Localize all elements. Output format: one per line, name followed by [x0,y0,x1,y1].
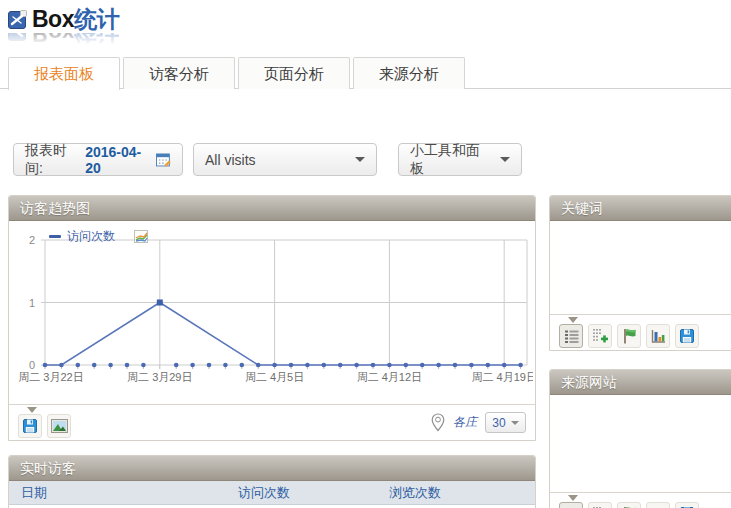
main-tab-bar: 报表面板 访客分析 页面分析 来源分析 [0,57,731,89]
report-date-selector[interactable]: 报表时间: 2016-04-20 [13,143,183,176]
chart-legend: 访问次数 [49,228,150,245]
export-data-button[interactable] [18,414,42,438]
referrers-footer [550,492,731,508]
referrer-websites-widget: 来源网站 [549,369,731,508]
date-value: 2016-04-20 [85,144,151,176]
svg-text:0: 0 [29,359,35,371]
all-columns-view-button[interactable] [588,502,612,508]
export-data-button[interactable] [675,324,699,348]
column-visits: 访问次数 [238,484,389,502]
keywords-title: 关键词 [561,200,603,216]
dropdown-caret-icon [355,157,365,162]
box-logo-icon [8,10,27,29]
widgets-and-dashboard-button[interactable]: 小工具和面板 [398,143,522,176]
svg-text:周二 4月5日: 周二 4月5日 [245,371,304,383]
collapse-arrow-icon[interactable] [27,407,37,413]
realtime-title: 实时访客 [20,460,76,476]
visitor-trend-widget: 访客趋势图 访问次数 012周二 3月22日周二 3月29日周二 4月5日周二 … [8,195,536,441]
date-label: 报表时间: [25,142,80,178]
column-pageviews: 浏览次数 [389,484,441,502]
annotations-link[interactable]: 各庄 [453,414,477,431]
table-view-button[interactable] [559,324,583,348]
svg-text:1: 1 [29,297,35,309]
dashboard-page: Box统计 Box统计 报表面板 访客分析 页面分析 来源分析 报表时间: 20… [0,0,731,508]
row-limit-value: 30 [492,416,505,430]
app-title: Box统计 [32,4,119,35]
legend-line-swatch [49,235,61,238]
realtime-visitors-widget: 实时访客 日期 访问次数 浏览次数 [8,455,536,508]
svg-text:周二 3月29日: 周二 3月29日 [127,371,192,383]
bar-chart-view-button[interactable] [646,502,670,508]
realtime-column-headers: 日期 访问次数 浏览次数 [9,481,535,505]
goals-view-button[interactable] [617,502,641,508]
dropdown-caret-icon [500,157,510,162]
trend-footer: 各庄 30 [9,404,535,440]
bar-chart-view-icon [650,328,666,344]
dropdown-caret-icon [511,421,519,425]
all-columns-view-icon [592,328,608,343]
legend-metric-label: 访问次数 [67,228,115,245]
calendar-icon [156,152,171,167]
table-view-button[interactable] [559,502,583,508]
svg-text:2: 2 [29,234,35,246]
tab-report-dashboard[interactable]: 报表面板 [8,57,120,90]
segment-selector[interactable]: All visits [193,143,377,176]
table-view-icon [564,329,579,343]
tab-page-analysis[interactable]: 页面分析 [238,57,350,89]
all-columns-view-button[interactable] [588,324,612,348]
collapse-arrow-icon[interactable] [568,317,578,323]
keywords-widget: 关键词 [549,195,731,351]
visitor-trend-title: 访客趋势图 [20,200,90,216]
goals-view-button[interactable] [617,324,641,348]
segment-value: All visits [205,152,256,168]
keywords-empty-body [550,221,731,314]
export-disk-icon [679,328,695,344]
referrers-title: 来源网站 [561,374,617,390]
referrers-header[interactable]: 来源网站 [550,370,731,395]
tab-referrer-analysis[interactable]: 来源分析 [353,57,465,89]
visitor-trend-header[interactable]: 访客趋势图 [9,196,535,221]
app-logo[interactable]: Box统计 Box统计 [8,4,119,48]
sparkline-picker-icon[interactable] [133,229,150,245]
image-export-icon [51,419,68,433]
export-disk-icon [22,418,38,434]
keywords-footer [550,314,731,350]
svg-text:周二 3月22日: 周二 3月22日 [18,371,83,383]
svg-text:周二 4月19日: 周二 4月19日 [471,371,533,383]
bar-chart-view-button[interactable] [646,324,670,348]
goals-view-icon [622,328,637,344]
svg-text:周二 4月12日: 周二 4月12日 [357,371,422,383]
logo-reflection: Box统计 [8,33,119,48]
tab-visitor-analysis[interactable]: 访客分析 [123,57,235,89]
annotation-pin-icon[interactable] [431,413,445,432]
export-image-button[interactable] [47,414,71,438]
row-limit-selector[interactable]: 30 [485,412,526,433]
keywords-header[interactable]: 关键词 [550,196,731,221]
widgets-label: 小工具和面板 [410,142,492,178]
collapse-arrow-icon[interactable] [568,495,578,501]
column-date: 日期 [21,484,238,502]
trend-chart: 012周二 3月22日周二 3月29日周二 4月5日周二 4月12日周二 4月1… [11,227,533,385]
realtime-header[interactable]: 实时访客 [9,456,535,481]
referrers-empty-body [550,395,731,492]
export-data-button[interactable] [675,502,699,508]
